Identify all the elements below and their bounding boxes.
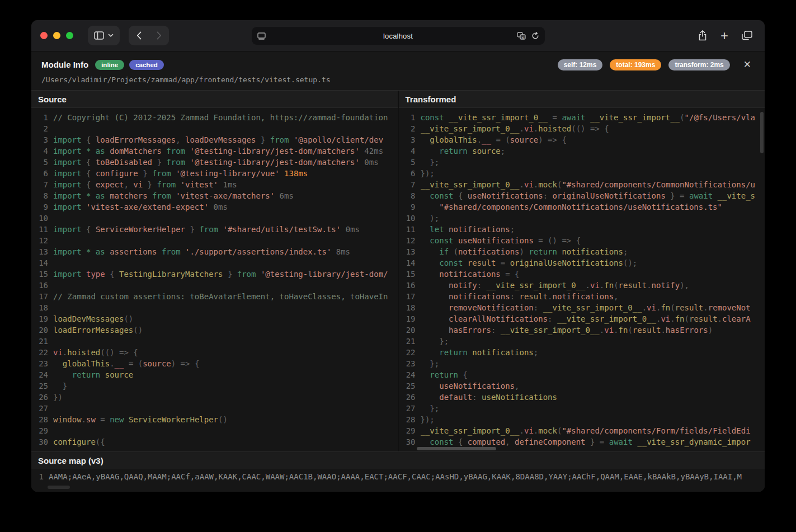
code-line: 13import * as assertions from './support… [31, 246, 398, 257]
back-button[interactable] [129, 26, 149, 45]
line-number: 7 [31, 179, 48, 190]
code-line: 24 return { [399, 369, 765, 380]
reload-button[interactable] [531, 32, 539, 40]
line-number: 11 [399, 224, 416, 235]
line-number: 17 [31, 291, 48, 302]
source-code-area[interactable]: 1// Copyright (C) 2012-2025 Zammad Found… [31, 108, 398, 451]
code-line: 21 }; [399, 336, 765, 347]
chevron-down-icon [108, 34, 114, 37]
line-number: 25 [31, 380, 48, 392]
sidebar-icon [94, 31, 104, 40]
horizontal-scrollbar-thumb[interactable] [417, 447, 496, 450]
translate-icon[interactable]: x [517, 32, 526, 40]
code-line: 23 }; [399, 358, 765, 369]
code-line: 2__vite_ssr_import_0__.vi.hoisted(() => … [399, 123, 765, 134]
badge-inline: inline [95, 60, 124, 70]
code-line: 25 } [31, 380, 398, 392]
badge-cached: cached [129, 60, 164, 70]
transformed-code-area[interactable]: 1const __vite_ssr_import_0__ = await __v… [399, 108, 765, 451]
module-info-header: Module Info inline cached self: 12ms tot… [31, 51, 765, 91]
close-traffic-light[interactable] [40, 32, 48, 39]
transformed-panel-header: Transformed [399, 91, 765, 108]
svg-text:x: x [521, 35, 524, 39]
line-number: 9 [31, 201, 48, 213]
forward-button[interactable] [149, 26, 169, 45]
code-line: 10 [31, 213, 398, 224]
sidebar-toggle-button[interactable] [88, 26, 120, 45]
code-line: 11 let notifications; [399, 224, 765, 235]
line-number: 14 [31, 257, 48, 269]
code-line: 7import { expect, vi } from 'vitest' 1ms [31, 179, 398, 190]
code-line: 5 }; [399, 157, 765, 168]
tabs-overview-button[interactable] [742, 31, 752, 40]
line-number: 26 [399, 392, 416, 403]
line-number: 29 [31, 425, 48, 436]
line-number: 12 [399, 235, 416, 246]
sourcemap-title: Source map (v3) [38, 456, 103, 465]
line-number: 16 [31, 280, 48, 291]
browser-window: localhost x + Module Info inline [31, 20, 765, 492]
address-bar[interactable]: localhost x [252, 27, 545, 45]
line-number: 27 [399, 403, 416, 414]
code-line: 3import { loadErrorMessages, loadDevMess… [31, 134, 398, 145]
code-line: 21 [31, 336, 398, 347]
code-line: 29 [31, 425, 398, 436]
line-number: 22 [399, 347, 416, 358]
code-line: 20loadErrorMessages() [31, 324, 398, 336]
minimize-traffic-light[interactable] [53, 32, 60, 39]
share-button[interactable] [698, 30, 707, 41]
source-code-lines: 1// Copyright (C) 2012-2025 Zammad Found… [31, 112, 398, 448]
line-number: 11 [31, 224, 48, 235]
code-line: 9 "#shared/components/CommonNotification… [399, 201, 765, 213]
line-number: 19 [399, 313, 416, 324]
code-line: 1// Copyright (C) 2012-2025 Zammad Found… [31, 112, 398, 123]
new-tab-button[interactable]: + [720, 29, 728, 43]
line-number: 6 [399, 168, 416, 179]
line-number: 6 [31, 168, 48, 179]
code-line: 1const __vite_ssr_import_0__ = await __v… [399, 112, 765, 123]
nav-button-group [129, 26, 169, 45]
code-line: 11import { ServiceWorkerHelper } from '#… [31, 224, 398, 235]
zoom-traffic-light[interactable] [66, 32, 73, 39]
sourcemap-line[interactable]: 1 AAMA;AAeA,yBAAG,QAAQ,MAAM;AACf,aAAW,KA… [31, 469, 765, 492]
module-file-path: /Users/vladimir/Projects/zammad/app/fron… [41, 76, 755, 84]
code-line: 19 clearAllNotifications: __vite_ssr_imp… [399, 313, 765, 324]
code-line: 18 removeNotification: __vite_ssr_import… [399, 302, 765, 313]
line-number: 1 [399, 112, 416, 123]
close-button[interactable]: ✕ [743, 59, 751, 70]
code-line: 5import { toBeDisabled } from '@testing-… [31, 157, 398, 168]
code-line: 12 [31, 235, 398, 246]
code-line: 22 return notifications; [399, 347, 765, 358]
code-line: 9import 'vitest-axe/extend-expect' 0ms [31, 201, 398, 213]
line-number: 5 [399, 157, 416, 168]
toolbar-right-actions: + [698, 29, 756, 43]
line-number: 20 [31, 324, 48, 336]
transformed-code-lines: 1const __vite_ssr_import_0__ = await __v… [399, 112, 765, 448]
sourcemap-header: Source map (v3) [31, 452, 765, 469]
code-line: 29__vite_ssr_import_0__.vi.mock("#shared… [399, 425, 765, 436]
code-line: 14 [31, 257, 398, 269]
code-line: 30 const { computed, defineComponent } =… [399, 436, 765, 448]
line-number: 18 [399, 302, 416, 313]
line-number: 23 [31, 358, 48, 369]
code-line: 6import { configure } from '@testing-lib… [31, 168, 398, 179]
code-line: 16 [31, 280, 398, 291]
code-line: 15 notifications = { [399, 269, 765, 280]
code-line: 23 globalThis.__ = (source) => { [31, 358, 398, 369]
line-number: 4 [399, 145, 416, 157]
url-text: localhost [252, 32, 545, 40]
code-line: 10 ); [399, 213, 765, 224]
sourcemap-line-number: 1 [31, 471, 44, 482]
code-panels: Source 1// Copyright (C) 2012-2025 Zamma… [31, 91, 765, 451]
line-number: 25 [399, 380, 416, 392]
code-line: 4 return source; [399, 145, 765, 157]
timing-badge-transform: transform: 2ms [668, 59, 729, 70]
line-number: 27 [31, 403, 48, 414]
line-number: 7 [399, 179, 416, 190]
vertical-scrollbar-thumb[interactable] [760, 112, 764, 153]
line-number: 13 [31, 246, 48, 257]
code-line: 19loadDevMessages() [31, 313, 398, 324]
line-number: 9 [399, 201, 416, 213]
sourcemap-scrollbar-thumb[interactable] [48, 486, 70, 489]
line-number: 3 [399, 134, 416, 145]
